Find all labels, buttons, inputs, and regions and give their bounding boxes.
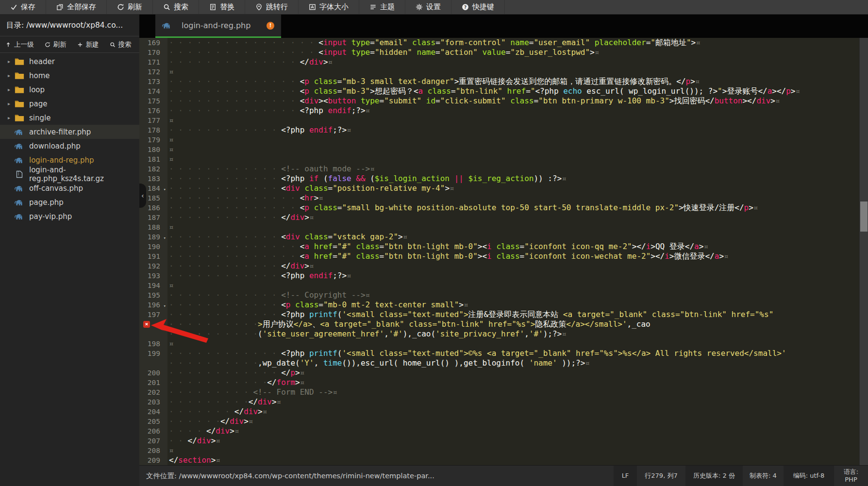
code-line[interactable]: 205· · · · · ·</div>¤ <box>139 417 868 426</box>
toolbar-theme-button[interactable]: 主题 <box>359 0 405 14</box>
tree-item-archive-filter.php[interactable]: archive-filter.php <box>0 125 139 139</box>
sidebar-refresh-button[interactable]: 刷新 <box>39 36 72 52</box>
code-line[interactable]: 180¤ <box>139 145 868 154</box>
code-line[interactable]: 194¤ <box>139 281 868 290</box>
vertical-scrollbar[interactable] <box>859 38 868 465</box>
tree-item-pay-vip.php[interactable]: pay-vip.php <box>0 209 139 223</box>
file-tree: ▸header▸home▸loop▸page▸singlearchive-fil… <box>0 54 139 223</box>
code-line[interactable]: · · · · · · · · · ·,wp_date('Y', time())… <box>139 358 868 368</box>
php-elephant-icon <box>162 21 172 30</box>
code-line[interactable]: 179¤ <box>139 135 868 145</box>
code-line[interactable]: 186· · · · · · · · · · · · · · <p class=… <box>139 203 868 213</box>
line-number: 170 <box>139 48 167 57</box>
php-elephant-icon <box>15 184 24 192</box>
toolbar-refresh-button[interactable]: 刷新 <box>107 0 153 14</box>
toolbar-goto-line-button[interactable]: 跳转行 <box>245 0 299 14</box>
code-line[interactable]: 185· · · · · · · · · · · · · · <hr>¤ <box>139 193 868 203</box>
file-name: loop <box>29 85 45 94</box>
line-number: 187 <box>139 213 167 222</box>
code-line[interactable]: 192· · · · · · · · · · · · </div>¤ <box>139 261 868 271</box>
tree-item-home[interactable]: ▸home <box>0 68 139 83</box>
newline-mark: ¤ <box>309 261 314 270</box>
code-line[interactable]: 204· · · · · · · </div>¤ <box>139 407 868 417</box>
code-line[interactable]: 171· · · · · · · · · · · · · · </div>¤ <box>139 57 868 67</box>
code-line[interactable]: 181¤ <box>139 154 868 164</box>
newline-mark: ¤ <box>277 397 282 406</box>
tab-title: login-and-reg.php <box>182 21 262 30</box>
code-line[interactable]: 200· · · · · · · · · · · · </p>¤ <box>139 368 868 378</box>
newline-mark: ¤ <box>724 251 729 261</box>
code-line[interactable]: 191· · · · · · · · · · · · · · <a href="… <box>139 251 868 261</box>
tree-item-off-canvas.php[interactable]: off-canvas.php <box>0 181 139 195</box>
code-line[interactable]: 190· · · · · · · · · · · · · · <a href="… <box>139 242 868 251</box>
code-line[interactable]: 198¤ <box>139 339 868 349</box>
code-line[interactable]: 199· · · · · · · · · · · · <?php printf(… <box>139 349 868 358</box>
tree-item-single[interactable]: ▸single <box>0 111 139 125</box>
code-line[interactable]: 209</section>¤ <box>139 455 868 465</box>
code-line[interactable]: 208¤ <box>139 446 868 455</box>
fold-arrow-icon[interactable]: ▾ <box>164 233 166 243</box>
tree-item-page.php[interactable]: page.php <box>0 195 139 209</box>
code-line[interactable]: 206· · · · </div>¤ <box>139 426 868 436</box>
expand-arrow-icon[interactable]: ▸ <box>8 115 15 120</box>
code-line[interactable]: 187· · · · · · · · · · · · </div>¤ <box>139 213 868 222</box>
search-icon <box>163 3 170 11</box>
code-line[interactable]: 174· · · · · · · · · · · · · · <p class=… <box>139 86 868 96</box>
toolbar-save-button[interactable]: 保存 <box>0 0 46 14</box>
newline-mark: ¤ <box>169 145 174 154</box>
code-line[interactable]: 189▾· · · · · · · · · · · · <div class="… <box>139 232 868 242</box>
tab-login-and-reg[interactable]: login-and-reg.php ! <box>155 15 281 38</box>
vertical-scrollbar-thumb[interactable] <box>860 201 868 232</box>
toolbar-search-button[interactable]: 搜索 <box>153 0 199 14</box>
code-line[interactable]: 188¤ <box>139 222 868 232</box>
code-line[interactable]: 201· · · · · · · · · · ·</form>¤ <box>139 378 868 387</box>
code-line[interactable]: 172¤ <box>139 67 868 77</box>
sidebar-collapse-handle[interactable]: ‹ <box>139 184 146 208</box>
code-line[interactable]: 197· · · · · · · · · · · · <?php printf(… <box>139 310 868 319</box>
code-line[interactable]: 178· · · · · · · · · · · · <?php endif;?… <box>139 125 868 135</box>
code-line[interactable]: 169· · · · · · · · · · · · · · · · <inpu… <box>139 38 868 48</box>
code-line[interactable]: 170· · · · · · · · · · · · · · · · <inpu… <box>139 48 868 57</box>
toolbar-save-all-button[interactable]: 全部保存 <box>46 0 107 14</box>
fold-arrow-icon[interactable]: ▾ <box>164 301 166 311</box>
code-line[interactable]: 183· · · · · · · · · · · · <?php if (fal… <box>139 174 868 184</box>
sidebar-new-button[interactable]: 新建 <box>72 36 104 52</box>
expand-arrow-icon[interactable]: ▸ <box>8 101 15 106</box>
tree-item-loop[interactable]: ▸loop <box>0 83 139 97</box>
code-line[interactable]: 203· · · · · · · · ·</div>¤ <box>139 397 868 407</box>
line-number: 201 <box>139 378 167 387</box>
newline-mark: ¤ <box>169 135 174 144</box>
tree-item-login-and-reg.php_ksz4s.tar.gz[interactable]: login-and-reg.php_ksz4s.tar.gz <box>0 167 139 181</box>
code-editor[interactable]: 169· · · · · · · · · · · · · · · · <inpu… <box>139 38 868 465</box>
code-line[interactable]: 193· · · · · · · · · · · · <?php endif;?… <box>139 271 868 281</box>
toolbar-shortcuts-button[interactable]: ?快捷键 <box>451 0 505 14</box>
code-line[interactable]: 176· · · · · · · · · · · · · · <?php end… <box>139 106 868 116</box>
indent-whitespace: · · · · · · · · · · · · · · <box>169 86 300 96</box>
tree-item-page[interactable]: ▸page <box>0 97 139 111</box>
code-line[interactable]: 182· · · · · · · · · · · · <!-- oauth mo… <box>139 164 868 174</box>
code-line[interactable]: 207· · </div>¤ <box>139 436 868 446</box>
line-number: 169 <box>139 38 167 48</box>
toolbar-font-size-button[interactable]: 字体大小 <box>299 0 359 14</box>
toolbar-settings-button[interactable]: 设置 <box>405 0 451 14</box>
code-line[interactable]: 175· · · · · · · · · · · · · · <div><but… <box>139 96 868 106</box>
tree-item-download.php[interactable]: download.php <box>0 139 139 153</box>
code-line[interactable]: · · · · · · · · · ·>用户协议</a>、<a target="… <box>139 319 868 329</box>
sidebar-up-level-button[interactable]: 上一级 <box>0 36 39 52</box>
code-line[interactable]: 184▾· · · · · · · · · · · · <div class="… <box>139 184 868 193</box>
expand-arrow-icon[interactable]: ▸ <box>8 73 15 78</box>
expand-arrow-icon[interactable]: ▸ <box>8 87 15 92</box>
line-number: 193 <box>139 271 167 281</box>
code-line[interactable]: 177¤ <box>139 116 868 125</box>
code-line[interactable]: 195· · · · · · · · · · · · <!-- Copyrigh… <box>139 290 868 300</box>
indent-whitespace: · · · · <box>169 426 206 436</box>
code-line[interactable]: · · · · · · · · · ·('site_user_agreement… <box>139 329 868 339</box>
expand-arrow-icon[interactable]: ▸ <box>8 59 15 64</box>
fold-arrow-icon[interactable]: ▾ <box>164 184 166 194</box>
code-line[interactable]: 196▾· · · · · · · · · · · · <p class="mb… <box>139 300 868 310</box>
sidebar-search-button[interactable]: 搜索 <box>104 36 137 52</box>
code-line[interactable]: 202· · · · · · · · · <!-- Form END -->¤ <box>139 387 868 397</box>
tree-item-header[interactable]: ▸header <box>0 54 139 68</box>
toolbar-replace-button[interactable]: 替换 <box>199 0 245 14</box>
code-line[interactable]: 173· · · · · · · · · · · · · · <p class=… <box>139 77 868 86</box>
